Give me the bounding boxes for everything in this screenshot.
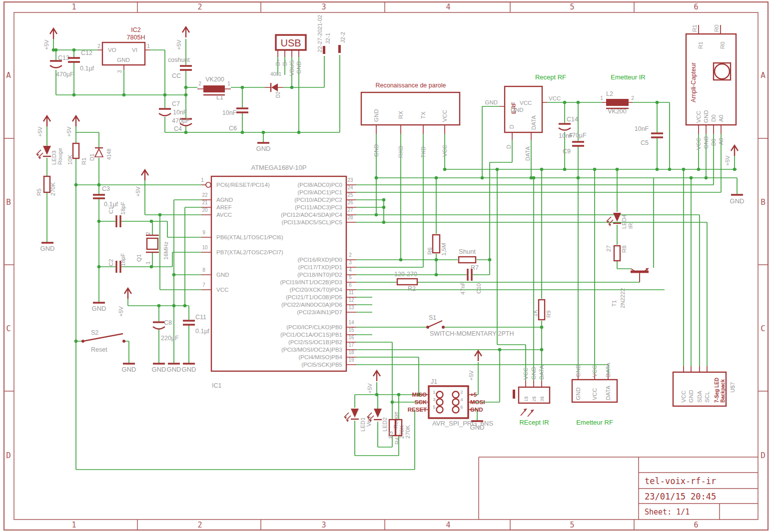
capacitor-cc[interactable]: coshunt CC [168, 56, 192, 79]
led3-ref: LED3 [51, 150, 57, 165]
switch-s2-reset[interactable]: S2 Reset [81, 329, 125, 353]
led-led3[interactable]: LED3 Rouge [36, 146, 63, 165]
disp-pin-vcc: VCC [681, 391, 687, 403]
mcu-pin-label: VCC [216, 287, 228, 293]
c10-value: 47nF [460, 282, 466, 295]
mcu-pin-label: GND [216, 272, 229, 278]
j1-miso: MISO [412, 392, 427, 398]
connector-j2[interactable]: 22-27-2021-02 J2-1 J2-2 [317, 15, 346, 54]
row-label: A [6, 70, 11, 80]
mcu-title: ATMEGA168V-10P [251, 164, 306, 171]
c3-ref: C3 [102, 185, 110, 192]
connector-j1-avr-isp[interactable]: J1 AVR_SPI_PRG_6NS 1 2 3 4 5 6 MISO SCK … [408, 378, 494, 427]
amp-wire-r0: R0 [714, 24, 720, 32]
col-label: 5 [570, 521, 574, 530]
resistor-r2[interactable]: 120-270 R2 [394, 271, 417, 292]
amp-pin-a0: A0 [718, 115, 724, 122]
j1-reset: RESET [408, 407, 427, 413]
resistor-r5[interactable]: R5 270K [36, 176, 56, 196]
c4-value: 470µF [172, 117, 190, 124]
diode-d1[interactable]: D1 4148 [89, 148, 112, 161]
j1-gnd: GND [470, 407, 483, 413]
component-ir-receiver[interactable]: VCC GND DATA 1$ 2$ 3$ REcept IR [513, 365, 550, 426]
cc-ref: CC [172, 72, 181, 79]
mcu-pin-label: (PCI8/ADC0)PC0 [298, 182, 342, 188]
mcu-pin-num: 8 [202, 267, 205, 273]
mcu-pin-label: AVCC [216, 212, 232, 218]
capacitor-c11[interactable]: C11 0.1µf [183, 314, 210, 335]
gnd-label: GND [152, 366, 166, 373]
rf-tx-wire-gnd: GND [575, 364, 581, 377]
p5v-label: +5V [43, 39, 49, 50]
c13-ref: C13 [58, 54, 69, 61]
led-led1[interactable]: LED1 Vert [344, 409, 372, 432]
amp-wire-vcc: VCC [696, 138, 702, 150]
resistor-r6[interactable]: R6 1,5M [427, 235, 447, 256]
component-7seg-backpack[interactable]: VCC GND SDA SCL 7-Seg LED Backpack U$7 [673, 372, 736, 406]
mcu-pin-label: (PCI2/SS/OC1B)PB2 [288, 339, 342, 345]
ir-rx-inner-1: 1$ [523, 396, 529, 402]
diode-d2[interactable]: 4001 D2 [270, 71, 282, 98]
component-rf-transmitter[interactable]: GND VCC DATA GND VCC DATA Emetteur RF [572, 363, 617, 426]
component-speech-recognition[interactable]: Reconaissance de parole GND RX TX VCC GN… [361, 82, 460, 158]
component-mcu-atmega168[interactable]: ATMEGA168V-10P IC1 PC6(/RESET/PCI14) 1 A… [201, 164, 354, 389]
capacitor-c8[interactable]: C8 220µF [153, 319, 179, 342]
rf-rx-pin-gnd: GND [511, 107, 524, 113]
disp-pin-sda: SDA [697, 391, 703, 403]
capacitor-c4[interactable]: 470µF C4 [172, 117, 192, 132]
capacitor-c12[interactable]: C12 0.1µf [68, 49, 94, 72]
led4-ref: LED4 [621, 214, 627, 229]
usb-pin-dplus: D+ [275, 58, 281, 66]
transistor-t1[interactable]: T1 2N2222 [611, 268, 649, 308]
led3-value: Rouge [57, 148, 63, 165]
mcu-pin-num: 28 [347, 215, 353, 220]
capacitor-c6[interactable]: 10nF C6 [222, 108, 248, 132]
rf-rx-wire-data: DATA [525, 146, 531, 161]
ir-rx-title: REcept IR [519, 419, 549, 426]
resistor-r9[interactable]: 1K R9 [532, 300, 552, 320]
resistor-r1[interactable]: 10K R1 [67, 143, 87, 165]
capacitor-c7[interactable]: C7 10nF [159, 100, 187, 116]
capacitor-c2[interactable]: C2 18pF [108, 253, 126, 273]
inductor-l1[interactable]: VK200 L1 2 1 [198, 76, 230, 101]
col-label: 4 [446, 521, 450, 530]
l2-ref: L2 [606, 90, 613, 97]
r6-ref: R6 [427, 247, 433, 255]
schematic-canvas: 1 2 3 4 5 6 1 2 3 4 5 6 A B C D A B C D … [0, 0, 772, 532]
component-rf-receiver[interactable]: Recept RF E-RF VCC GND DATA D GND VCC D … [485, 73, 566, 161]
l1-pin1: 1 [227, 81, 230, 86]
mcu-pin-label: AGND [216, 197, 233, 203]
c13-value: 470µF [56, 71, 74, 78]
speech-title: Reconaissance de parole [375, 82, 446, 89]
ic2-ref: IC2 [131, 26, 141, 33]
capacitor-c10[interactable]: 47nF C10 [460, 269, 482, 295]
capacitor-c5[interactable]: 10nF C5 [635, 125, 663, 146]
resistor-r7-shunt[interactable]: Shunt R7 [459, 248, 479, 271]
mcu-pin-label: (PCI10/ADC2)PC2 [294, 197, 342, 203]
p5v-label: +5V [66, 126, 72, 137]
r7-value: Shunt [459, 248, 476, 255]
col-label: 1 [71, 521, 76, 530]
mcu-pin-label: (PCI12/ADC4/SDA)PC4 [281, 212, 342, 218]
j1-plus5: +5 [470, 392, 477, 398]
ic2-pin1-num: 1 [147, 43, 150, 49]
resistor-r8[interactable]: 27 R8 [606, 245, 627, 261]
c2-ref: C2 [108, 259, 114, 266]
amp-wire-r1: R1 [692, 24, 698, 32]
c12-ref: C12 [81, 49, 92, 56]
inductor-l2[interactable]: Emetteur IR L2 VK200 1 2 [600, 73, 645, 115]
switch-s1-momentary[interactable]: S1 SWITCH-MOMENTARY-2PTH [426, 314, 514, 337]
rf-rx-ext-gnd: GND [485, 99, 498, 105]
ic2-pin-vo: VO [108, 47, 116, 53]
connector-usb[interactable]: USB D+ D- VBUS GND [275, 35, 306, 76]
r5-ref: R5 [36, 188, 42, 196]
mcu-pin-num: 19 [348, 357, 354, 363]
speech-wire-rxd: RXD [398, 146, 404, 158]
c11-ref: C11 [195, 314, 206, 321]
led2-ref: LED2 [382, 417, 388, 432]
s1-ref: S1 [429, 314, 436, 321]
component-ampli-capteur[interactable]: Ampli-Capteur R1 R0 R1 R0 VCC GND D0 A0 … [686, 24, 736, 150]
j1-ref: J1 [431, 378, 437, 385]
wires[interactable] [47, 39, 737, 470]
capacitor-c3[interactable]: C3 0.1µf [93, 185, 118, 208]
